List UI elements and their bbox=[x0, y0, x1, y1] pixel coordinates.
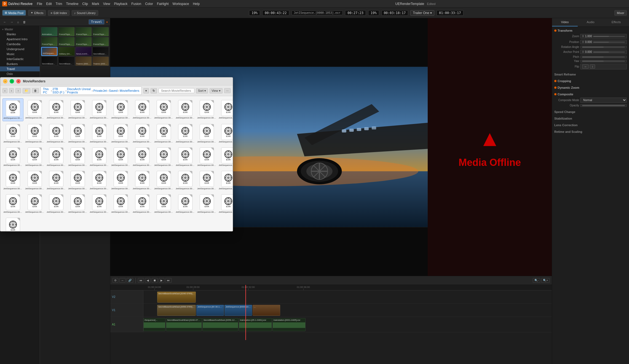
list-item[interactable]: EXR JetISequence.002 5 bbox=[68, 146, 88, 168]
media-thumb[interactable]: ForestTops... bbox=[75, 27, 92, 36]
track-clip[interactable]: JetISequence.[0000-1053].exr bbox=[224, 305, 252, 316]
tree-item-music[interactable]: Music bbox=[0, 52, 40, 56]
nav-up-button[interactable]: ↑ bbox=[15, 88, 21, 93]
skip-end-button[interactable]: ⏭ bbox=[165, 278, 172, 283]
media-thumb[interactable]: NewLevelS... bbox=[75, 47, 92, 56]
list-item[interactable]: EXR JetISequence.004 6 bbox=[46, 193, 66, 215]
tree-item-cambodia[interactable]: Cambodia bbox=[0, 42, 40, 47]
menu-edit[interactable]: Edit bbox=[46, 2, 52, 6]
list-item[interactable]: EXR JetISequence.004 1 bbox=[175, 169, 196, 192]
menu-help[interactable]: Help bbox=[193, 2, 200, 6]
composite-mode-select[interactable]: Normal bbox=[580, 98, 627, 103]
skip-start-button[interactable]: ⏮ bbox=[138, 278, 144, 283]
list-item[interactable]: EXR JetISequence.000 8 bbox=[175, 98, 196, 121]
snap-button[interactable]: ↔ bbox=[119, 278, 125, 283]
tree-item-master[interactable]: ▾ Master bbox=[0, 27, 40, 32]
list-item[interactable]: EXR JetISequence.002 4 bbox=[46, 146, 66, 168]
prev-frame-button[interactable]: ◀ bbox=[145, 278, 151, 283]
home-nav-button[interactable]: ⌂ bbox=[16, 20, 20, 24]
list-item[interactable]: EXR JetISequence.005 5 bbox=[2, 216, 23, 231]
menu-fairlight[interactable]: Fairlight bbox=[157, 2, 169, 6]
list-item[interactable]: EXR JetISequence.003 9 bbox=[132, 169, 152, 192]
media-thumb[interactable]: ForestTops... bbox=[58, 27, 75, 36]
media-thumb[interactable]: ForestTops... bbox=[58, 37, 75, 46]
list-item[interactable]: EXR JetISequence.005 2 bbox=[175, 193, 196, 215]
track-clip[interactable]: JetISequence.[00 30-1053].exr bbox=[196, 305, 224, 316]
list-item[interactable]: EXR JetISequence.003 0 bbox=[175, 146, 196, 168]
menu-playback[interactable]: Playback bbox=[114, 2, 127, 6]
section-header-lens-correction[interactable]: Lens Correction bbox=[554, 123, 627, 127]
track-clip[interactable]: SecretBaseSouthEast.[0056-0765].exr bbox=[157, 305, 196, 316]
pitch-slider[interactable] bbox=[582, 56, 625, 58]
effects-button[interactable]: ✦ Effects bbox=[28, 10, 46, 16]
menu-timeline[interactable]: Timeline bbox=[66, 2, 78, 6]
list-item[interactable]: EXR JetISequence.004 5 bbox=[25, 193, 45, 215]
menu-clip[interactable]: Clip bbox=[82, 2, 88, 6]
media-thumb[interactable]: ForestTops... bbox=[75, 37, 92, 46]
list-item[interactable]: EXR JetISequence.002 6 bbox=[89, 146, 109, 168]
tab-video[interactable]: Video bbox=[552, 18, 578, 26]
tab-audio[interactable]: Audio bbox=[578, 18, 603, 26]
rotation-slider[interactable] bbox=[582, 47, 625, 48]
maximize-button[interactable]: □ bbox=[10, 79, 14, 83]
list-item[interactable]: EXR JetISequence.000 5 bbox=[111, 98, 131, 121]
list-item[interactable]: EXR JetISequence.004 2 bbox=[197, 169, 217, 192]
menu-mark[interactable]: Mark bbox=[92, 2, 99, 6]
audio-clip[interactable]: trainstation.[05-1-0461].exr bbox=[239, 318, 272, 331]
track-clip[interactable]: SecretBaseSouthEast.[0240-0765].exr bbox=[157, 292, 196, 303]
section-header-retime-scaling[interactable]: Retime and Scaling bbox=[554, 130, 627, 133]
media-thumb[interactable]: ForestTops... bbox=[92, 37, 109, 46]
media-thumb[interactable]: Trainro [000... bbox=[75, 56, 92, 66]
track-clip[interactable]: ... bbox=[253, 305, 280, 316]
list-item[interactable]: EXR JetISequence.003 5 bbox=[46, 169, 66, 192]
close-button[interactable]: × bbox=[16, 79, 21, 83]
list-item[interactable]: EXR JetISequence.005 1 bbox=[154, 193, 174, 215]
list-item[interactable]: EXR JetISequence.001 1 bbox=[2, 122, 23, 145]
edit-index-button[interactable]: ≡ Edit Index bbox=[48, 10, 69, 16]
list-item[interactable]: EXR JetISequence.001 8 bbox=[154, 122, 174, 145]
dropdown-nav-button[interactable]: ▾ bbox=[143, 88, 149, 93]
tree-item-bunkers[interactable]: Bunkers bbox=[0, 61, 40, 66]
list-item[interactable]: EXR JetISequence.003 8 bbox=[111, 169, 131, 192]
section-header-composite[interactable]: Composite bbox=[554, 93, 627, 96]
list-item[interactable]: EXR JetISequence.000 9 bbox=[197, 98, 217, 121]
list-item[interactable]: EXR JetISequence.005 4 bbox=[218, 193, 233, 215]
list-item[interactable]: EXR JetISequence.004 7 bbox=[68, 193, 88, 215]
anchor-slider[interactable] bbox=[593, 52, 625, 53]
section-header-stabilization[interactable]: Stabilization bbox=[554, 117, 627, 120]
list-item[interactable]: EXR JetISequence.003 1 bbox=[197, 146, 217, 168]
search-input[interactable] bbox=[159, 88, 194, 93]
list-item[interactable]: EXR JetISequence.005 3 bbox=[197, 193, 217, 215]
list-item[interactable]: EXR JetISequence.004 0 bbox=[154, 169, 174, 192]
trailer-selector[interactable]: Trailer One ▾ bbox=[410, 10, 434, 16]
app-logo[interactable]: D DaVinci Resolve bbox=[2, 1, 33, 6]
play-button[interactable]: ▶ bbox=[159, 278, 164, 283]
list-item[interactable]: EXR JetISequence.002 7 bbox=[111, 146, 131, 168]
bc-privatejet[interactable]: PrivateJet bbox=[93, 89, 107, 92]
list-item[interactable]: EXR JetISequence.001 4 bbox=[68, 122, 88, 145]
media-thumb[interactable]: SecretBase... bbox=[41, 56, 58, 66]
media-thumb[interactable]: JetISequen... bbox=[41, 47, 58, 56]
yaw-slider[interactable] bbox=[582, 61, 625, 62]
flip-v-button[interactable]: ↕ bbox=[590, 64, 595, 69]
list-item[interactable]: EXR JetISequence.000 3 bbox=[68, 98, 88, 121]
tree-item-underground[interactable]: Underground bbox=[0, 47, 40, 52]
delete-button[interactable]: 🗑 bbox=[22, 20, 27, 24]
list-item[interactable]: EXR JetISequence.000 7 bbox=[154, 98, 174, 121]
tree-item-travel[interactable]: Travel bbox=[0, 66, 40, 71]
list-item[interactable]: EXR JetISequence.001 0 bbox=[218, 98, 233, 121]
tree-item-intergalactic[interactable]: InterGalactic bbox=[0, 56, 40, 61]
list-item[interactable]: EXR JetISequence.004 3 bbox=[218, 169, 233, 192]
media-thumb[interactable]: SecretBase... bbox=[92, 47, 109, 56]
bc-saved[interactable]: Saved bbox=[109, 89, 117, 92]
menu-trim[interactable]: Trim bbox=[56, 2, 62, 6]
tree-item-apartment-intro[interactable]: Apartment Intro bbox=[0, 37, 40, 42]
new-folder-button[interactable]: 📁 bbox=[23, 88, 30, 93]
audio-clip[interactable]: SecretBaseSouthEast.[0240-0765].exr bbox=[166, 318, 202, 331]
tree-item-blanko[interactable]: Blanko bbox=[0, 32, 40, 37]
list-item[interactable]: EXR JetISequence.000 0 bbox=[2, 98, 23, 121]
tree-item-oslo[interactable]: Oslo bbox=[0, 71, 40, 76]
list-item[interactable]: EXR JetISequence.005 0 bbox=[132, 193, 152, 215]
list-item[interactable]: EXR JetISequence.002 2 bbox=[2, 146, 23, 168]
opacity-slider[interactable] bbox=[582, 105, 625, 106]
